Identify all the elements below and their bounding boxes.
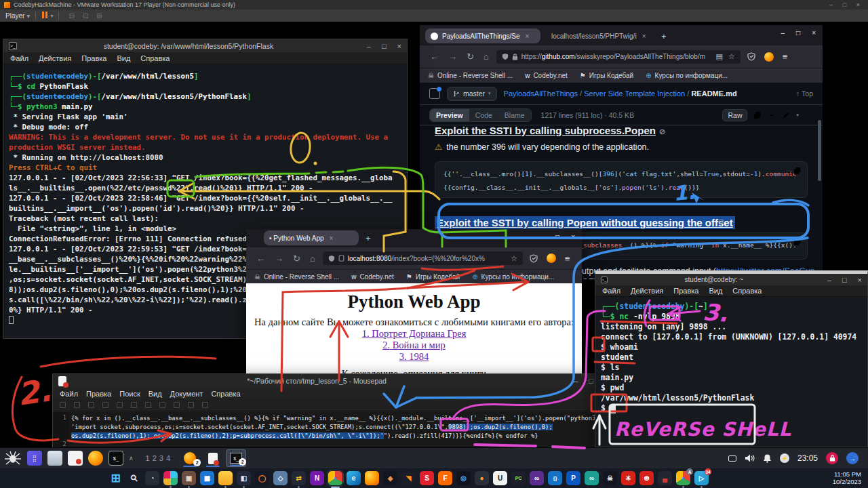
taskbar-icon-orange-f-app[interactable]: F: [438, 471, 452, 485]
taskbar-icon-blue-p-app[interactable]: P: [566, 471, 580, 485]
tab-preview[interactable]: Preview: [430, 109, 469, 121]
terminal-menubar[interactable]: ФайлДействияПравкаВидСправка: [3, 52, 407, 64]
tray-window-icon[interactable]: [728, 455, 736, 462]
notifications-bell-icon[interactable]: [763, 453, 772, 463]
mousepad-titlebar[interactable]: *~/Рабочий стол/tmp_lesson_5 - Mousepad …: [53, 374, 599, 388]
top-link[interactable]: ↑ Top: [796, 89, 813, 98]
taskbar-icon-pycharm[interactable]: PC: [511, 471, 526, 485]
minimize-button[interactable]: –: [574, 377, 578, 385]
breadcrumb-folder-link[interactable]: Server Side Template Injection: [584, 89, 685, 98]
menu-item[interactable]: Справка: [211, 390, 240, 398]
window-controls[interactable]: –□×: [781, 29, 816, 37]
tab-payloadsallthethings[interactable]: PayloadsAllTheThings/Se ×: [425, 28, 540, 43]
taskbar-icon-vscode[interactable]: {}: [548, 471, 562, 485]
power-manager-icon[interactable]: ⚡: [780, 453, 789, 463]
file-tree-icon[interactable]: [429, 88, 440, 99]
taskbar-icon-chrome-profile[interactable]: ●A: [676, 471, 690, 485]
taskbar-icon-file-explorer[interactable]: [218, 471, 233, 485]
close-button[interactable]: ×: [858, 276, 862, 284]
book-link[interactable]: 2. Война и мир: [246, 340, 582, 351]
outline-icon[interactable]: [805, 111, 813, 119]
tab-localhost-phptwig[interactable]: localhost/lesson5/PHPTwig/i ×: [546, 28, 654, 43]
firefox-account-icon[interactable]: [547, 253, 556, 263]
reader-mode-icon[interactable]: ▤: [715, 52, 722, 61]
taskbar-icon-car-app[interactable]: ▄: [658, 471, 672, 485]
book-link[interactable]: 1. Портрет Дориана Грея: [246, 328, 582, 340]
mousepad-launcher-icon[interactable]: [68, 451, 83, 466]
menu-item[interactable]: Вид: [117, 54, 130, 62]
taskbar-icon-gear-red[interactable]: ⊛: [639, 471, 654, 485]
taskbar-terminal-button[interactable]: $_ 2: [226, 449, 246, 467]
bookmark-item[interactable]: ☠Online - Reverse Shell ...: [428, 72, 513, 79]
reload-button[interactable]: ↻: [293, 253, 300, 264]
taskbar-icon-orange-ring[interactable]: ◯: [255, 471, 269, 485]
menu-icon[interactable]: ≡: [783, 52, 788, 62]
terminal-launcher-icon[interactable]: $_: [108, 451, 123, 466]
taskbar-icon-blender[interactable]: ●: [475, 471, 489, 485]
branch-selector[interactable]: master ▾: [447, 87, 497, 101]
vm-clock[interactable]: 23:05: [797, 453, 818, 463]
taskbar-icon-kali-skull[interactable]: ☠: [603, 471, 617, 485]
new-tab-button[interactable]: +: [366, 233, 371, 243]
firefox-launcher-icon[interactable]: [88, 451, 103, 466]
volume-icon[interactable]: [745, 453, 755, 463]
taskbar-icon-calendar[interactable]: ▦: [200, 471, 214, 485]
anchor-link-icon[interactable]: ⊘: [718, 217, 724, 226]
edit-pencil-icon[interactable]: [782, 111, 790, 119]
taskbar-icon-photos[interactable]: ▣: [182, 471, 196, 485]
close-button[interactable]: ×: [397, 42, 401, 50]
taskbar-icon-lens-app[interactable]: ◎: [456, 471, 471, 485]
taskbar-icon-edge[interactable]: e: [347, 471, 361, 485]
menu-item[interactable]: Правка: [81, 54, 106, 62]
back-button[interactable]: ←: [256, 253, 265, 264]
taskbar-icon-visual-studio[interactable]: ∞: [530, 471, 544, 485]
back-button[interactable]: ←: [430, 52, 439, 62]
bookmark-star-icon[interactable]: ☆: [511, 254, 517, 263]
maximize-button[interactable]: □: [842, 276, 847, 284]
taskbar-icon-search[interactable]: ⚲: [127, 471, 141, 485]
home-button[interactable]: ⌂: [310, 253, 315, 264]
forward-button[interactable]: →: [275, 253, 283, 264]
taskbar-icon-davinci[interactable]: ◈: [383, 471, 397, 485]
terminal-titlebar[interactable]: >_ student@codeby: /var/www/html/lesson5…: [3, 39, 407, 52]
vmware-window-controls[interactable]: – □ ×: [829, 1, 864, 8]
taskbar-icon-compass-red[interactable]: ✳: [621, 471, 635, 485]
menu-item[interactable]: Документ: [170, 390, 203, 398]
taskbar-icon-vmware-workstation[interactable]: ◇: [273, 471, 288, 485]
pause-button[interactable]: [41, 12, 48, 20]
tab-python-web-app[interactable]: • Python Web App ×: [264, 230, 359, 245]
maximize-button[interactable]: □: [589, 377, 593, 385]
terminal-titlebar[interactable]: >_ student@codeby: ~ – □ ×: [595, 274, 867, 285]
menu-icon[interactable]: ≡: [565, 253, 570, 264]
menu-item[interactable]: Файл: [60, 390, 78, 398]
pocket-shield-icon[interactable]: [747, 52, 755, 61]
tab-blame[interactable]: Blame: [498, 109, 531, 121]
mousepad-editor[interactable]: 1 2 {% for x in ().__class__.__base__.__…: [53, 412, 599, 447]
tab-code[interactable]: Code: [469, 109, 498, 121]
tab-close-icon[interactable]: ×: [330, 235, 334, 242]
bookmark-item[interactable]: ⚑Игры Кодебай: [406, 273, 460, 281]
taskbar-icon-slack[interactable]: [163, 471, 178, 485]
taskbar-icon-start[interactable]: ⊞: [108, 471, 123, 485]
new-tab-button[interactable]: +: [661, 31, 667, 41]
fullscreen-icon[interactable]: ⊡: [83, 12, 88, 20]
scrollbar[interactable]: [818, 120, 821, 181]
bookmark-item[interactable]: ⊕Курсы по информаци...: [472, 273, 554, 281]
home-button[interactable]: ⌂: [484, 52, 489, 62]
download-icon[interactable]: [768, 111, 776, 119]
taskbar-icon-firefox[interactable]: [365, 471, 379, 485]
pocket-shield-icon[interactable]: [530, 254, 538, 263]
taskbar-icon-yellow-arrows[interactable]: ⇄: [292, 471, 306, 485]
copy-icon[interactable]: [753, 111, 762, 119]
bookmark-item[interactable]: ☠Online - Reverse Shell ...: [254, 273, 339, 281]
bookmark-item[interactable]: ⚑Игры Кодебай: [580, 72, 633, 79]
host-clock[interactable]: 11:05 PM 10/2/2023: [833, 470, 861, 485]
minimize-button[interactable]: –: [827, 276, 831, 284]
file-manager-icon[interactable]: [47, 451, 62, 466]
chevron-up-icon[interactable]: ∧: [129, 455, 134, 462]
bookmark-item[interactable]: ⊕Курсы по информаци...: [646, 72, 728, 79]
menu-item[interactable]: Поиск: [119, 390, 140, 398]
taskbar-icon-telegram[interactable]: ▷34: [694, 471, 709, 485]
menu-item[interactable]: Файл: [10, 54, 28, 62]
bookmark-item[interactable]: wCodeby.net: [525, 72, 568, 79]
